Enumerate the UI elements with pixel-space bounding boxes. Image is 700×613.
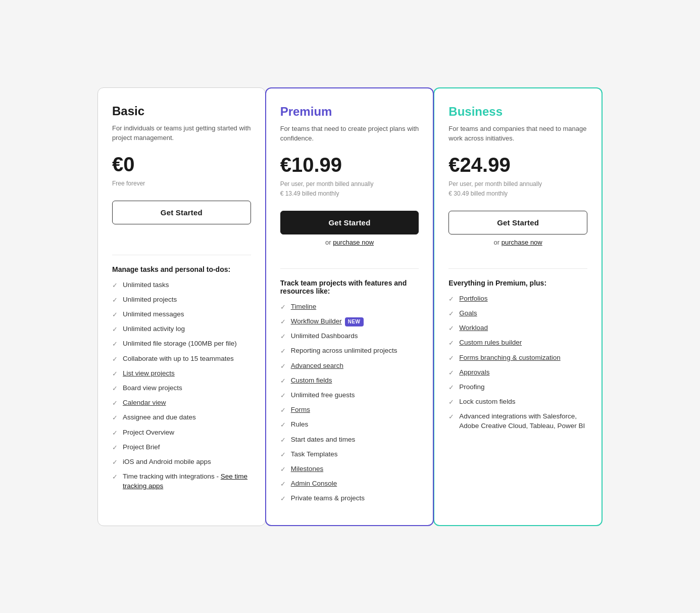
check-icon: ✓ xyxy=(448,309,454,318)
check-icon: ✓ xyxy=(280,317,286,326)
custom-fields-link[interactable]: Custom fields xyxy=(291,376,332,384)
premium-plan-price: €10.99 xyxy=(280,154,419,176)
portfolios-link[interactable]: Portfolios xyxy=(459,295,487,302)
check-icon: ✓ xyxy=(112,355,118,364)
list-item: ✓ Private teams & projects xyxy=(280,494,419,503)
premium-plan-name: Premium xyxy=(280,105,419,119)
check-icon: ✓ xyxy=(280,465,286,474)
timeline-link[interactable]: Timeline xyxy=(291,303,317,310)
premium-divider xyxy=(280,268,419,269)
check-icon: ✓ xyxy=(280,480,286,489)
list-item: ✓ Unlimited projects xyxy=(112,295,251,305)
list-item: ✓ iOS and Android mobile apps xyxy=(112,457,251,467)
premium-purchase-row: or purchase now xyxy=(280,239,419,246)
list-item: ✓ Reporting across unlimited projects xyxy=(280,346,419,356)
business-plan-price: €24.99 xyxy=(448,154,587,176)
premium-purchase-now-link[interactable]: purchase now xyxy=(333,239,374,246)
premium-feature-list: ✓ Timeline ✓ Workflow BuilderNEW ✓ Unlim… xyxy=(280,302,419,509)
check-icon: ✓ xyxy=(448,324,454,333)
check-icon: ✓ xyxy=(280,494,286,503)
business-divider xyxy=(448,268,587,269)
advanced-search-link[interactable]: Advanced search xyxy=(291,362,343,369)
custom-rules-builder-link[interactable]: Custom rules builder xyxy=(459,339,522,346)
list-item: ✓ Unlimited messages xyxy=(112,310,251,319)
list-item: ✓ Milestones xyxy=(280,464,419,474)
workflow-builder-link[interactable]: Workflow Builder xyxy=(291,317,342,325)
forms-branching-link[interactable]: Forms branching & customization xyxy=(459,354,560,361)
list-view-projects-link[interactable]: List view projects xyxy=(123,369,175,377)
list-item: ✓ Goals xyxy=(448,309,587,318)
business-feature-list: ✓ Portfolios ✓ Goals ✓ Workload ✓ Custom… xyxy=(448,294,587,509)
check-icon: ✓ xyxy=(112,369,118,379)
list-item: ✓ Custom rules builder xyxy=(448,338,587,348)
check-icon: ✓ xyxy=(448,383,454,392)
list-item: ✓ Unlimited tasks xyxy=(112,280,251,290)
list-item: ✓ Unlimited Dashboards xyxy=(280,332,419,341)
check-icon: ✓ xyxy=(448,295,454,304)
list-item: ✓ Unlimited file storage (100MB per file… xyxy=(112,339,251,349)
check-icon: ✓ xyxy=(112,296,118,305)
list-item: ✓ Collaborate with up to 15 teammates xyxy=(112,354,251,364)
business-plan-name: Business xyxy=(448,105,587,119)
check-icon: ✓ xyxy=(448,398,454,407)
basic-features-heading: Manage tasks and personal to-dos: xyxy=(112,265,251,273)
basic-plan-desc: For individuals or teams just getting st… xyxy=(112,123,251,143)
premium-get-started-button[interactable]: Get Started xyxy=(280,211,419,234)
list-item: ✓ Calendar view xyxy=(112,398,251,408)
basic-feature-list: ✓ Unlimited tasks ✓ Unlimited projects ✓… xyxy=(112,280,251,509)
time-tracking-apps-link[interactable]: See time tracking apps xyxy=(123,473,247,490)
admin-console-link[interactable]: Admin Console xyxy=(291,480,337,487)
check-icon: ✓ xyxy=(280,406,286,415)
check-icon: ✓ xyxy=(112,413,118,422)
check-icon: ✓ xyxy=(280,332,286,341)
list-item: ✓ Assignee and due dates xyxy=(112,413,251,422)
check-icon: ✓ xyxy=(280,347,286,356)
check-icon: ✓ xyxy=(280,436,286,445)
check-icon: ✓ xyxy=(112,443,118,452)
basic-plan-price: €0 xyxy=(112,153,251,176)
list-item: ✓ List view projects xyxy=(112,369,251,379)
milestones-link[interactable]: Milestones xyxy=(291,465,324,473)
list-item: ✓ Custom fields xyxy=(280,376,419,386)
check-icon: ✓ xyxy=(112,310,118,319)
list-item: ✓ Workflow BuilderNEW xyxy=(280,317,419,326)
list-item: ✓ Project Overview xyxy=(112,428,251,438)
basic-plan-card: Basic For individuals or teams just gett… xyxy=(97,87,266,526)
check-icon: ✓ xyxy=(448,412,454,421)
goals-link[interactable]: Goals xyxy=(459,309,477,317)
workload-link[interactable]: Workload xyxy=(459,324,488,332)
list-item: ✓ Lock custom fields xyxy=(448,397,587,407)
calendar-view-link[interactable]: Calendar view xyxy=(123,399,166,406)
list-item: ✓ Proofing xyxy=(448,383,587,392)
list-item: ✓ Forms xyxy=(280,405,419,415)
approvals-link[interactable]: Approvals xyxy=(459,368,489,376)
forms-link[interactable]: Forms xyxy=(291,406,310,413)
business-purchase-now-link[interactable]: purchase now xyxy=(502,239,542,246)
list-item: ✓ Forms branching & customization xyxy=(448,353,587,363)
check-icon: ✓ xyxy=(112,458,118,467)
check-icon: ✓ xyxy=(280,420,286,430)
business-plan-card: Business For teams and companies that ne… xyxy=(433,87,603,526)
basic-get-started-button[interactable]: Get Started xyxy=(112,201,251,224)
check-icon: ✓ xyxy=(280,362,286,371)
business-get-started-button[interactable]: Get Started xyxy=(448,211,587,234)
check-icon: ✓ xyxy=(280,450,286,459)
list-item: ✓ Timeline xyxy=(280,302,419,312)
list-item: ✓ Workload xyxy=(448,323,587,333)
list-item: ✓ Approvals xyxy=(448,368,587,378)
list-item: ✓ Task Templates xyxy=(280,450,419,459)
premium-plan-billing: Per user, per month billed annually € 13… xyxy=(280,179,419,199)
check-icon: ✓ xyxy=(448,339,454,348)
check-icon: ✓ xyxy=(280,303,286,312)
check-icon: ✓ xyxy=(112,281,118,290)
basic-divider xyxy=(112,255,251,255)
business-plan-billing: Per user, per month billed annually € 30… xyxy=(448,179,587,199)
check-icon: ✓ xyxy=(112,384,118,393)
new-badge: NEW xyxy=(345,317,364,326)
business-purchase-row: or purchase now xyxy=(448,239,587,246)
check-icon: ✓ xyxy=(112,340,118,349)
list-item: ✓ Unlimited free guests xyxy=(280,391,419,400)
list-item: ✓ Admin Console xyxy=(280,479,419,489)
premium-plan-card: Premium For teams that need to create pr… xyxy=(265,87,434,526)
list-item: ✓ Project Brief xyxy=(112,443,251,452)
